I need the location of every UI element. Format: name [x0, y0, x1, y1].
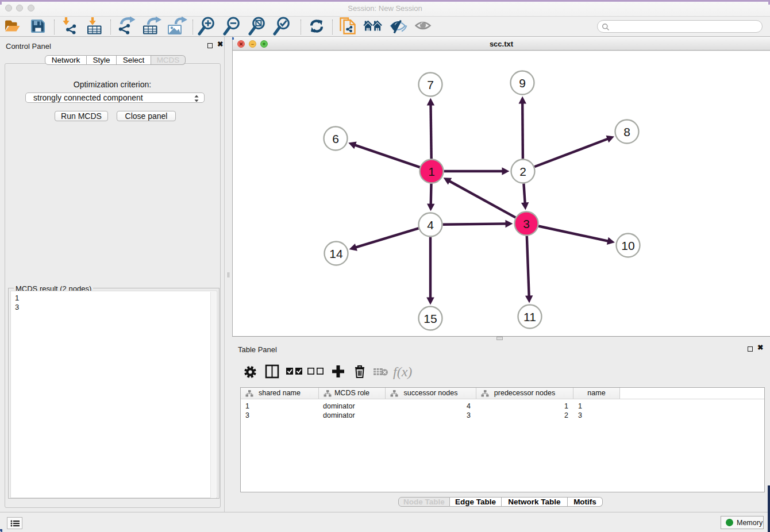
svg-text:11: 11 [523, 310, 536, 323]
svg-text:8: 8 [623, 125, 630, 138]
svg-text:3: 3 [523, 217, 530, 230]
svg-text:1: 1 [428, 165, 435, 178]
svg-text:15: 15 [424, 312, 437, 325]
svg-text:2: 2 [519, 165, 526, 178]
svg-text:6: 6 [332, 132, 339, 145]
svg-text:14: 14 [329, 247, 343, 260]
svg-text:9: 9 [519, 76, 526, 90]
svg-text:7: 7 [427, 78, 434, 91]
svg-text:4: 4 [427, 218, 434, 232]
svg-text:10: 10 [621, 239, 634, 252]
